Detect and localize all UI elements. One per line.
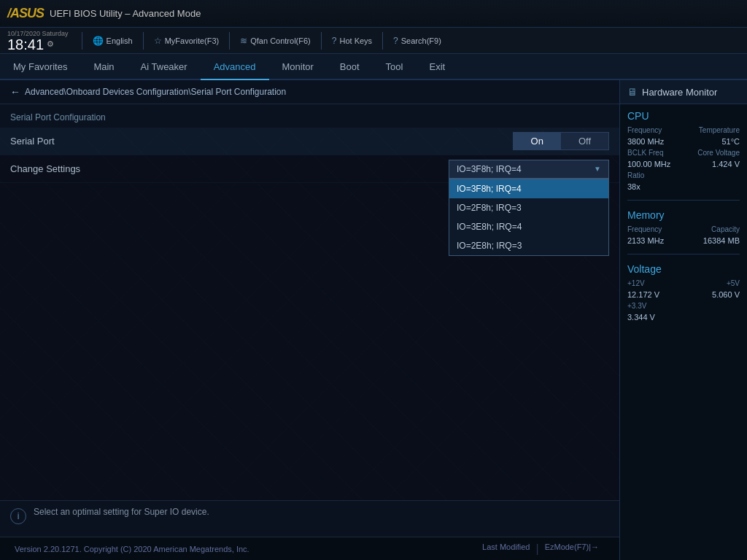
hw-monitor-header: 🖥 Hardware Monitor (620, 80, 747, 104)
settings-gear-icon[interactable]: ⚙ (47, 40, 54, 48)
myfavorite-button[interactable]: ☆ MyFavorite(F3) (150, 36, 224, 46)
change-settings-menu: IO=3F8h; IRQ=4 IO=2F8h; IRQ=3 IO=3E8h; I… (449, 179, 609, 256)
volt-5-label: +5V (727, 279, 740, 287)
volt-12-5-labels: +12V +5V (627, 279, 740, 287)
dropdown-option-3[interactable]: IO=2E8h; IRQ=3 (449, 236, 608, 255)
dropdown-option-0[interactable]: IO=3F8h; IRQ=4 (449, 179, 608, 198)
left-panel: ← Advanced\Onboard Devices Configuration… (0, 80, 619, 560)
status-divider-4 (321, 32, 322, 50)
dropdown-option-1[interactable]: IO=2F8h; IRQ=3 (449, 198, 608, 217)
ez-mode-button[interactable]: EzMode(F7)|→ (539, 542, 605, 556)
last-modified-button[interactable]: Last Modified (476, 542, 535, 556)
volt-33-value-row: 3.344 V (627, 313, 740, 322)
toggle-off-button[interactable]: Off (561, 133, 608, 149)
cpu-ratio-label: Ratio (627, 171, 644, 179)
nav-ai-tweaker[interactable]: Ai Tweaker (128, 54, 201, 80)
cpu-corevolt-value: 1.424 V (712, 160, 740, 168)
cpu-freq-temp-values: 3800 MHz 51°C (627, 137, 740, 146)
change-settings-dropdown[interactable]: IO=3F8h; IRQ=4 ▼ (449, 160, 609, 179)
status-divider-2 (143, 32, 144, 50)
nav-tool[interactable]: Tool (373, 54, 417, 80)
status-divider-3 (229, 32, 230, 50)
cpu-bclk-voltage-values: 100.00 MHz 1.424 V (627, 160, 740, 168)
serial-port-row: Serial Port On Off (0, 128, 619, 155)
cpu-frequency-value: 3800 MHz (627, 137, 664, 146)
cpu-temperature-label: Temperature (699, 126, 740, 134)
cpu-bclk-label: BCLK Freq (627, 149, 663, 157)
breadcrumb-bar: ← Advanced\Onboard Devices Configuration… (0, 80, 619, 104)
volt-33-label-row: +3.3V (627, 302, 740, 310)
search-icon: ? (393, 36, 398, 46)
settings-area: Serial Port On Off Change Settings (0, 128, 619, 500)
favorite-icon: ☆ (154, 36, 162, 46)
change-settings-label: Change Settings (10, 163, 249, 174)
date-text: 10/17/2020 Saturday (7, 30, 69, 37)
cpu-ratio-label-row: Ratio (627, 171, 740, 179)
mem-capacity-value: 16384 MB (703, 236, 740, 245)
hotkeys-button[interactable]: ? Hot Keys (328, 36, 376, 46)
section-title: Serial Port Configuration (10, 112, 106, 122)
hotkeys-label: Hot Keys (339, 36, 372, 45)
change-settings-dropdown-container: IO=3F8h; IRQ=4 ▼ IO=3F8h; IRQ=4 IO=2F8h;… (449, 160, 609, 179)
nav-monitor[interactable]: Monitor (269, 54, 327, 80)
hotkeys-icon: ? (332, 36, 337, 46)
volt-33-label: +3.3V (627, 302, 646, 310)
language-label: English (107, 36, 133, 45)
serial-port-toggle[interactable]: On Off (513, 132, 609, 150)
status-divider-5 (382, 32, 383, 50)
mem-frequency-value: 2133 MHz (627, 236, 664, 245)
cpu-bclk-value: 100.00 MHz (627, 160, 670, 168)
volt-12-value: 12.172 V (627, 290, 659, 299)
datetime: 10/17/2020 Saturday 18:41 ⚙ (7, 30, 69, 52)
nav-my-favorites[interactable]: My Favorites (0, 54, 80, 80)
hw-divider-1 (627, 200, 740, 201)
nav-boot[interactable]: Boot (327, 54, 373, 80)
volt-5-value: 5.060 V (712, 290, 740, 299)
header-bar: /ASUS UEFI BIOS Utility – Advanced Mode (0, 0, 747, 28)
memory-section-title: Memory (627, 209, 740, 221)
footer: Version 2.20.1271. Copyright (C) 2020 Am… (0, 537, 619, 560)
toggle-on-button[interactable]: On (514, 133, 561, 149)
cpu-section: CPU Frequency Temperature 3800 MHz 51°C … (620, 104, 747, 197)
dropdown-option-2[interactable]: IO=3E8h; IRQ=4 (449, 217, 608, 236)
mem-frequency-label: Frequency (627, 225, 662, 233)
nav-exit[interactable]: Exit (416, 54, 458, 80)
back-button[interactable]: ← (10, 86, 20, 98)
asus-logo: /ASUS (7, 6, 44, 21)
serial-port-value: On Off (249, 132, 609, 150)
volt-12-label: +12V (627, 279, 645, 287)
change-settings-value: IO=3F8h; IRQ=4 ▼ IO=3F8h; IRQ=4 IO=2F8h;… (249, 160, 609, 179)
footer-right: Last Modified | EzMode(F7)|→ (476, 542, 605, 556)
search-label: Search(F9) (401, 36, 441, 45)
cpu-bclk-voltage-labels: BCLK Freq Core Voltage (627, 149, 740, 157)
cpu-ratio-value: 38x (627, 182, 640, 191)
search-button[interactable]: ? Search(F9) (389, 36, 446, 46)
status-divider-1 (82, 32, 82, 50)
nav-main[interactable]: Main (80, 54, 127, 80)
nav-advanced[interactable]: Advanced (201, 54, 269, 80)
voltage-section: Voltage +12V +5V 12.172 V 5.060 V +3.3V … (620, 257, 747, 327)
voltage-section-title: Voltage (627, 263, 740, 275)
content-area: ← Advanced\Onboard Devices Configuration… (0, 80, 747, 560)
breadcrumb: Advanced\Onboard Devices Configuration\S… (25, 87, 286, 97)
qfan-button[interactable]: ≋ Qfan Control(F6) (236, 36, 315, 46)
dropdown-selected-text: IO=3F8h; IRQ=4 (457, 164, 522, 174)
cpu-frequency-label: Frequency (627, 126, 662, 134)
mem-freq-cap-labels: Frequency Capacity (627, 225, 740, 233)
language-selector[interactable]: 🌐 English (88, 36, 137, 46)
nav-bar: My Favorites Main Ai Tweaker Advanced Mo… (0, 54, 747, 80)
hw-divider-2 (627, 254, 740, 254)
serial-port-label: Serial Port (10, 136, 249, 147)
monitor-icon: 🖥 (627, 86, 638, 98)
cpu-section-title: CPU (627, 110, 740, 122)
footer-version: Version 2.20.1271. Copyright (C) 2020 Am… (15, 545, 249, 553)
bios-title: UEFI BIOS Utility – Advanced Mode (50, 8, 201, 19)
fan-icon: ≋ (240, 36, 247, 46)
cpu-freq-temp-labels: Frequency Temperature (627, 126, 740, 134)
cpu-corevolt-label: Core Voltage (697, 149, 740, 157)
mem-freq-cap-values: 2133 MHz 16384 MB (627, 236, 740, 245)
myfavorite-label: MyFavorite(F3) (165, 36, 220, 45)
section-title-bar: Serial Port Configuration (0, 104, 619, 128)
cpu-ratio-value-row: 38x (627, 182, 740, 191)
cpu-temperature-value: 51°C (721, 137, 740, 146)
